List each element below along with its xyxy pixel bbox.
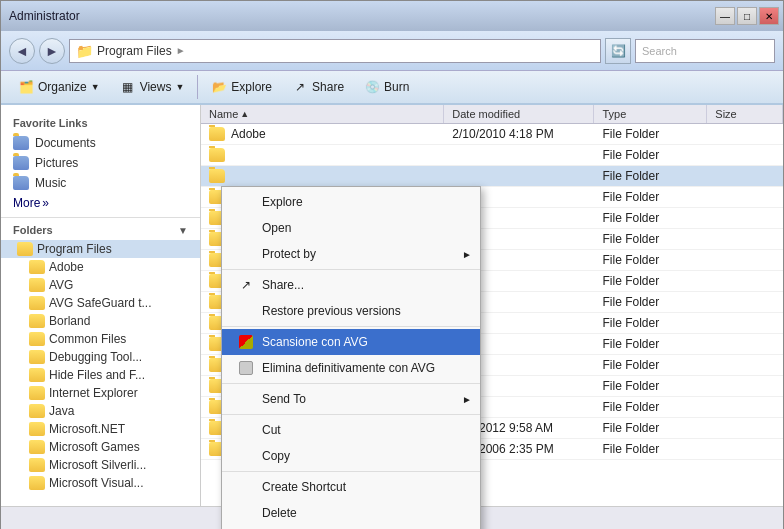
refresh-button[interactable]: 🔄 [605, 38, 631, 64]
share-button[interactable]: ↗ Share [283, 74, 353, 100]
file-type: File Folder [594, 146, 707, 164]
col-header-type[interactable]: Type [594, 105, 707, 123]
cm-item-open[interactable]: Open [222, 215, 480, 241]
tree-item-label: AVG SafeGuard t... [49, 296, 152, 310]
tree-item-msvisual[interactable]: Microsoft Visual... [1, 474, 200, 492]
col-name-label: Name [209, 108, 238, 120]
file-type: File Folder [594, 209, 707, 227]
address-bar[interactable]: 📁 Program Files ► [69, 39, 601, 63]
cm-item-explore[interactable]: Explore [222, 189, 480, 215]
forward-button[interactable]: ► [39, 38, 65, 64]
tree-item-label: AVG [49, 278, 73, 292]
maximize-button[interactable]: □ [737, 7, 757, 25]
tree-item-borland[interactable]: Borland [1, 312, 200, 330]
close-button[interactable]: ✕ [759, 7, 779, 25]
file-size-oracle [707, 426, 783, 430]
tree-item-label: Common Files [49, 332, 126, 346]
file-size [707, 300, 783, 304]
cm-item-createshortcut[interactable]: Create Shortcut [222, 474, 480, 500]
table-row[interactable]: File Folder [201, 166, 783, 187]
protectby-arrow: ► [462, 249, 472, 260]
msgames-icon [29, 440, 45, 454]
cm-separator-1 [222, 269, 480, 270]
tree-item-program-files[interactable]: Program Files [1, 240, 200, 258]
favorites-header: Favorite Links [1, 113, 200, 133]
tree-item-dotnet[interactable]: Microsoft.NET [1, 420, 200, 438]
col-type-label: Type [602, 108, 626, 120]
sidebar-item-pictures[interactable]: Pictures [1, 153, 200, 173]
cm-item-cut[interactable]: Cut [222, 417, 480, 443]
cm-label-delete: Delete [262, 506, 297, 520]
cm-item-sendto[interactable]: Send To ► [222, 386, 480, 412]
tree-item-adobe[interactable]: Adobe [1, 258, 200, 276]
cm-label-open: Open [262, 221, 291, 235]
organize-button[interactable]: 🗂️ Organize ▼ [9, 74, 109, 100]
folders-header: Folders ▼ [1, 217, 200, 238]
cm-item-avgdelete[interactable]: Elimina definitivamente con AVG [222, 355, 480, 381]
col-header-size[interactable]: Size [707, 105, 783, 123]
tree-item-common[interactable]: Common Files [1, 330, 200, 348]
cm-label-share: Share... [262, 278, 304, 292]
tree-item-label: Program Files [37, 242, 112, 256]
file-type: File Folder [594, 272, 707, 290]
views-label: Views [140, 80, 172, 94]
more-label: More [13, 196, 40, 210]
file-type-oracle: File Folder [594, 419, 707, 437]
adobe-icon [29, 260, 45, 274]
col-size-label: Size [715, 108, 736, 120]
path-segment: Program Files [97, 44, 172, 58]
explore-button[interactable]: 📂 Explore [202, 74, 281, 100]
tree-item-msgames[interactable]: Microsoft Games [1, 438, 200, 456]
file-name-adobe: Adobe [201, 125, 444, 143]
burn-button[interactable]: 💿 Burn [355, 74, 418, 100]
tree-item-java[interactable]: Java [1, 402, 200, 420]
share-cm-icon: ↗ [238, 277, 254, 293]
file-size [707, 195, 783, 199]
col-header-name[interactable]: Name ▲ [201, 105, 444, 123]
cm-label-sendto: Send To [262, 392, 306, 406]
cm-item-share[interactable]: ↗ Share... [222, 272, 480, 298]
nav-bar: ◄ ► 📁 Program Files ► 🔄 Search [1, 31, 783, 71]
col-header-date[interactable]: Date modified [444, 105, 594, 123]
sort-icon: ▲ [240, 109, 249, 119]
tree-item-debugging[interactable]: Debugging Tool... [1, 348, 200, 366]
context-menu: Explore Open Protect by ► ↗ Share... Res… [221, 186, 481, 529]
minimize-button[interactable]: — [715, 7, 735, 25]
tree-item-avg[interactable]: AVG [1, 276, 200, 294]
share-label: Share [312, 80, 344, 94]
msvisual-icon [29, 476, 45, 490]
file-size [707, 153, 783, 157]
tree-item-hidefiles[interactable]: Hide Files and F... [1, 366, 200, 384]
hidefiles-icon [29, 368, 45, 382]
file-row-adobe[interactable]: Adobe 2/10/2010 4:18 PM File Folder [201, 124, 783, 145]
file-type-adobe: File Folder [594, 125, 707, 143]
sidebar-item-music[interactable]: Music [1, 173, 200, 193]
views-button[interactable]: ▦ Views ▼ [111, 74, 194, 100]
cm-separator-2 [222, 326, 480, 327]
folder-icon [209, 169, 225, 183]
cm-item-delete[interactable]: Delete [222, 500, 480, 526]
cm-item-copy[interactable]: Copy [222, 443, 480, 469]
tree-item-avgsafeguard[interactable]: AVG SafeGuard t... [1, 294, 200, 312]
ie-icon [29, 386, 45, 400]
cm-label-copy: Copy [262, 449, 290, 463]
cm-label-cut: Cut [262, 423, 281, 437]
music-icon [13, 176, 29, 190]
tree-item-ie[interactable]: Internet Explorer [1, 384, 200, 402]
cm-item-avgscan[interactable]: Scansione con AVG [222, 329, 480, 355]
more-link[interactable]: More » [1, 193, 200, 213]
sidebar-item-label-music: Music [35, 176, 66, 190]
back-button[interactable]: ◄ [9, 38, 35, 64]
java-icon [29, 404, 45, 418]
search-box[interactable]: Search [635, 39, 775, 63]
file-size [707, 216, 783, 220]
cm-item-restore[interactable]: Restore previous versions [222, 298, 480, 324]
cm-item-protectby[interactable]: Protect by ► [222, 241, 480, 267]
cm-separator-5 [222, 471, 480, 472]
sidebar-item-documents[interactable]: Documents [1, 133, 200, 153]
tree-item-silverlight[interactable]: Microsoft Silverli... [1, 456, 200, 474]
file-size [707, 384, 783, 388]
file-name [201, 167, 444, 185]
cm-separator-3 [222, 383, 480, 384]
table-row[interactable]: File Folder [201, 145, 783, 166]
